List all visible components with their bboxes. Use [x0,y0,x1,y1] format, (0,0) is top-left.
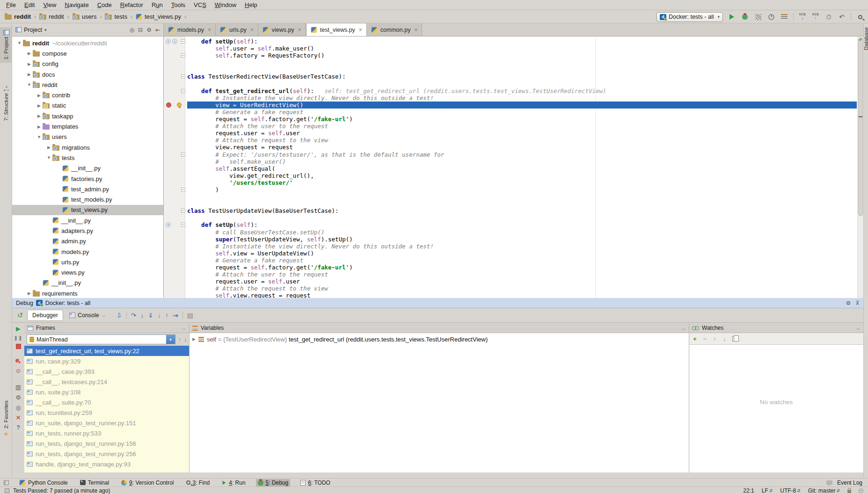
fold-marker-icon[interactable]: − [181,74,185,79]
tree-row[interactable]: ▶static [12,101,163,111]
code-line[interactable]: # Attach the user to the request [164,271,857,278]
menu-run[interactable]: Run [147,0,167,9]
tool-window-button-9-version-control[interactable]: 9: Version Control [119,479,175,487]
next-frame-button[interactable]: ↓ [184,336,187,343]
event-log-button[interactable]: Event Log [835,479,864,487]
search-everywhere-button[interactable] [856,13,864,21]
pin-tab-button[interactable]: ◎ [15,404,21,411]
tree-row[interactable]: ▼users [12,132,163,142]
menu-tools[interactable]: Tools [167,0,190,9]
force-step-into-button[interactable]: ↓ [158,312,161,319]
show-execution-point-button[interactable]: ⇩ [117,312,122,319]
frame-row[interactable]: run_tests, django_test_runner.py:156 [24,438,189,449]
close-tab-icon[interactable]: × [298,27,301,33]
code-line[interactable]: view.get_redirect_url(), [164,172,857,179]
overridden-method-icon[interactable]: ↓ [172,39,177,44]
code-line[interactable]: view = UserRedirectView() [164,102,857,109]
stop-button[interactable] [16,344,21,349]
code-line[interactable] [164,80,857,87]
overrides-method-icon[interactable]: ↑ [166,222,171,227]
breadcrumb-item[interactable]: reddit [5,13,31,20]
inspections-profile-icon[interactable] [859,488,863,493]
vcs-branch-select[interactable]: Git: master⇵ [808,487,840,494]
tree-arrow-icon[interactable]: ▶ [26,51,33,56]
menu-window[interactable]: Window [211,0,241,9]
frame-row[interactable]: __call__, suite.py:70 [24,397,189,407]
pause-button[interactable]: ❚❚ [14,335,23,341]
frame-row[interactable]: handle, django_test_manage.py:93 [24,459,189,469]
breadcrumb-item[interactable]: reddit [39,13,64,20]
fold-marker-icon[interactable]: − [181,53,185,58]
menu-view[interactable]: View [39,0,60,9]
panel-settings-button[interactable]: ⚙ [146,27,152,33]
hide-panel-button[interactable]: ⊼ [855,300,860,306]
code-line[interactable] [164,59,857,66]
tree-row[interactable]: ▶contrib [12,90,163,100]
code-line[interactable]: request = self.factory.get('/fake-url') [164,116,857,123]
tool-window-button-python-console[interactable]: Python Console [17,479,70,487]
evaluate-expression-button[interactable]: ▤ [187,312,193,319]
tree-row[interactable]: ▼reddit~/cookiecutter/reddit [12,38,163,48]
panel-settings-button[interactable]: ⚙ [846,300,851,306]
float-panel-icon[interactable]: → [681,325,686,331]
frame-row[interactable]: run, case.py:329 [24,356,189,366]
tree-row[interactable]: __init__.py [12,163,163,174]
code-line[interactable]: − self.factory = RequestFactory() [164,52,857,59]
tool-window-tab-structure[interactable]: 7: Structure [0,83,12,124]
hide-panel-button[interactable]: ⇤ [155,27,160,33]
run-button[interactable] [728,13,736,21]
menu-code[interactable]: Code [93,0,116,9]
code-area[interactable]: ↑↓− def setUp(self): self.user = self.ma… [164,38,857,298]
tree-row[interactable]: ▼tests [12,153,163,163]
code-line[interactable]: # self.make_user() [164,158,857,165]
fold-marker-icon[interactable]: − [181,209,185,213]
tool-window-button-3-find[interactable]: 3: Find [184,479,212,487]
breakpoint-icon[interactable] [166,102,171,108]
undo-button[interactable]: ↶ [838,13,846,21]
tree-row[interactable]: __init__.py [12,215,163,225]
vcs-update-button[interactable]: VCS↓ [798,13,807,21]
frame-row[interactable]: run, tcunittest.py:259 [24,407,189,418]
lock-icon[interactable] [847,490,851,493]
resume-button[interactable]: ▶ [16,325,21,332]
editor-tab-models-py[interactable]: models.py× [164,23,216,36]
tree-arrow-icon[interactable]: ▼ [16,41,23,45]
close-button[interactable]: ✕ [16,414,21,421]
code-line[interactable]: self.assertEqual( [164,165,857,172]
breadcrumb-item[interactable]: test_views.py [136,13,181,20]
help-button[interactable]: ? [16,424,20,431]
tree-arrow-icon[interactable]: ▼ [45,155,52,160]
tree-row[interactable]: urls.py [12,257,163,267]
code-line[interactable]: # Instantiate the view directly. Never d… [164,243,857,250]
frame-row[interactable]: __call__, testcases.py:214 [24,377,189,387]
code-line[interactable]: # Generate a fake request [164,257,857,264]
code-line[interactable]: # Attach the user to the request [164,123,857,130]
tree-arrow-icon[interactable]: ▶ [26,62,33,66]
code-line[interactable]: '/users/testuser/' [164,179,857,186]
close-tab-icon[interactable]: × [250,27,254,33]
debug-button[interactable] [741,13,749,21]
local-history-button[interactable]: ⏱ [824,13,833,21]
code-line[interactable]: − ) [164,186,857,193]
menu-file[interactable]: File [2,0,20,9]
step-out-button[interactable]: ↑ [165,312,168,319]
caret-position[interactable]: 22:1 [743,487,754,494]
breadcrumb-item[interactable]: tests [105,13,127,20]
tree-row[interactable]: ▶requirements [12,288,163,298]
tree-row[interactable]: test_admin.py [12,184,163,194]
tree-row[interactable]: adapters.py [12,225,163,236]
tool-window-tab-database[interactable]: Database [863,27,868,50]
tab-debugger[interactable]: Debugger [27,310,63,321]
code-line[interactable] [164,66,857,73]
close-tab-icon[interactable]: × [208,27,211,33]
code-line[interactable]: # Attach the request to the view [164,285,857,292]
code-line[interactable]: self.user = self.make_user() [164,45,857,52]
overrides-method-icon[interactable]: ↑ [166,39,171,44]
code-line[interactable]: # Instantiate the view directly. Never d… [164,94,857,102]
view-breakpoints-button[interactable] [15,358,21,364]
move-watch-down-button[interactable]: ↓ [723,335,726,342]
frame-row[interactable]: run_tests, runner.py:533 [24,428,189,438]
vcs-commit-button[interactable]: VCS↑ [811,13,820,21]
mute-breakpoints-button[interactable]: ⊘ [16,367,21,374]
profiler-button[interactable] [767,13,775,21]
